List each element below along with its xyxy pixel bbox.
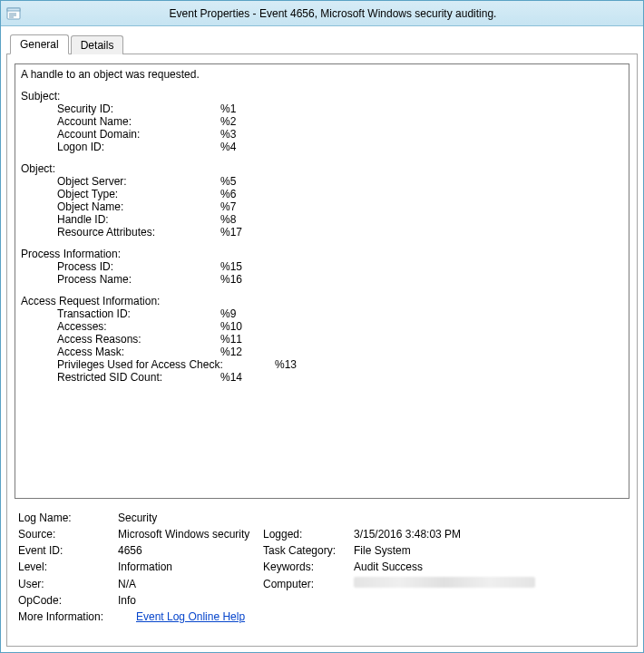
event-log-online-help-link[interactable]: Event Log Online Help — [136, 610, 245, 623]
source-key: Source: — [18, 528, 118, 541]
logged-key: Logged: — [263, 528, 354, 541]
process-info-label: Process Information: — [21, 248, 623, 260]
resource-attributes-key: Resource Attributes: — [57, 226, 220, 239]
event-metadata: Log Name: Security Source: Microsoft Win… — [15, 512, 629, 627]
more-info-key: More Information: — [18, 610, 136, 623]
opcode-val: Info — [118, 594, 263, 607]
tab-panel-general: A handle to an object was requested. Sub… — [6, 54, 638, 647]
logon-id-key: Logon ID: — [57, 141, 220, 153]
tab-general[interactable]: General — [10, 34, 69, 54]
event-id-val: 4656 — [118, 544, 263, 557]
transaction-id-key: Transaction ID: — [57, 307, 220, 320]
security-id-val: %1 — [220, 102, 236, 115]
log-name-val: Security — [118, 512, 263, 524]
transaction-id-val: %9 — [220, 307, 236, 320]
account-name-key: Account Name: — [57, 115, 220, 128]
process-name-key: Process Name: — [57, 273, 220, 286]
account-name-val: %2 — [220, 115, 236, 128]
object-name-key: Object Name: — [57, 200, 220, 213]
access-req-label: Access Request Information: — [21, 295, 623, 307]
desc-header: A handle to an object was requested. — [21, 68, 623, 81]
client-area: General Details A handle to an object wa… — [1, 26, 643, 652]
level-val: Information — [118, 560, 263, 573]
user-val: N/A — [118, 578, 263, 590]
computer-key: Computer: — [263, 578, 354, 590]
object-server-val: %5 — [220, 175, 236, 188]
logon-id-val: %4 — [220, 141, 236, 153]
accesses-key: Accesses: — [57, 320, 220, 333]
account-domain-val: %3 — [220, 128, 236, 141]
process-name-val: %16 — [220, 273, 242, 286]
keywords-val: Audit Success — [354, 560, 626, 573]
access-reasons-val: %11 — [220, 333, 242, 346]
account-domain-key: Account Domain: — [57, 128, 220, 141]
subject-label: Subject: — [21, 90, 623, 102]
task-category-val: File System — [354, 544, 626, 557]
handle-id-val: %8 — [220, 213, 236, 226]
priv-check-val: %13 — [275, 358, 297, 371]
resource-attributes-val: %17 — [220, 226, 242, 239]
tabstrip: General Details — [6, 34, 638, 54]
event-id-key: Event ID: — [18, 544, 118, 557]
handle-id-key: Handle ID: — [57, 213, 220, 226]
accesses-val: %10 — [220, 320, 242, 333]
access-reasons-key: Access Reasons: — [57, 333, 220, 346]
restricted-sid-val: %14 — [220, 371, 242, 384]
event-description-box[interactable]: A handle to an object was requested. Sub… — [15, 63, 629, 499]
object-type-key: Object Type: — [57, 188, 220, 200]
process-id-val: %15 — [220, 260, 242, 273]
object-name-val: %7 — [220, 200, 236, 213]
security-id-key: Security ID: — [57, 102, 220, 115]
restricted-sid-key: Restricted SID Count: — [57, 371, 220, 384]
access-mask-val: %12 — [220, 346, 242, 358]
access-mask-key: Access Mask: — [57, 346, 220, 358]
window-title: Event Properties - Event 4656, Microsoft… — [28, 7, 638, 20]
tab-details[interactable]: Details — [71, 35, 124, 54]
priv-check-key: Privileges Used for Access Check: — [57, 358, 275, 371]
svg-rect-1 — [7, 8, 20, 11]
opcode-key: OpCode: — [18, 594, 118, 607]
logged-val: 3/15/2016 3:48:03 PM — [354, 528, 626, 541]
keywords-key: Keywords: — [263, 560, 354, 573]
computer-val — [354, 577, 626, 590]
object-server-key: Object Server: — [57, 175, 220, 188]
object-label: Object: — [21, 162, 623, 175]
titlebar[interactable]: Event Properties - Event 4656, Microsoft… — [1, 1, 643, 26]
log-name-key: Log Name: — [18, 512, 118, 524]
object-type-val: %6 — [220, 188, 236, 200]
task-category-key: Task Category: — [263, 544, 354, 557]
user-key: User: — [18, 578, 118, 590]
app-icon — [6, 6, 21, 21]
process-id-key: Process ID: — [57, 260, 220, 273]
source-val: Microsoft Windows security — [118, 528, 263, 541]
computer-val-redacted — [354, 577, 535, 588]
event-properties-window: Event Properties - Event 4656, Microsoft… — [0, 0, 644, 653]
level-key: Level: — [18, 560, 118, 573]
